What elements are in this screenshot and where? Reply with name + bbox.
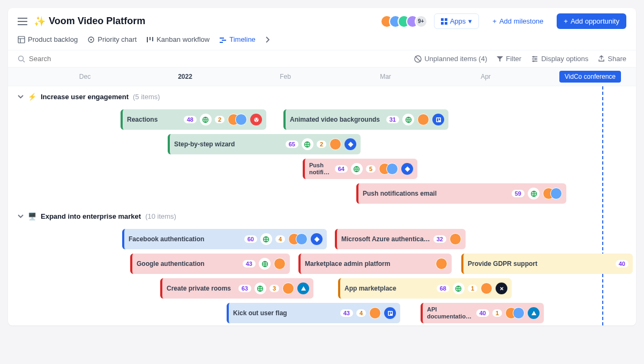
timeline-card[interactable]: Facebook authentication604: [122, 229, 327, 249]
score-pill: 68: [437, 285, 450, 292]
count-pill: 5: [366, 165, 376, 173]
score-pill: 48: [184, 116, 197, 123]
timeline-card[interactable]: Animated video backgrounds31: [283, 109, 448, 130]
svg-point-7: [19, 56, 24, 61]
score-pill: 65: [286, 140, 298, 148]
score-pill: 63: [238, 285, 251, 292]
tab-timeline[interactable]: Timeline: [219, 35, 256, 43]
globe-icon: [259, 258, 271, 270]
apps-button[interactable]: Apps ▾: [434, 13, 480, 29]
group-title: Increase user engagement: [41, 93, 129, 101]
avatar: [274, 258, 286, 270]
search-icon: [18, 55, 25, 63]
timeline-card[interactable]: Push notifications email59: [356, 183, 566, 204]
svg-rect-18: [437, 118, 438, 121]
group-header[interactable]: ⚡Increase user engagement(5 items): [8, 86, 636, 107]
score-pill: 31: [386, 116, 399, 123]
svg-rect-32: [391, 311, 392, 314]
card-title: Animated video backgrounds: [290, 116, 383, 123]
timeline-row: Google authentication43Marketplace admin…: [8, 251, 636, 276]
globe-icon: [402, 114, 414, 125]
timeline-row: Step-by-step wizard652: [8, 132, 636, 157]
avatar: [450, 233, 461, 245]
avatar: [550, 188, 562, 199]
svg-rect-3: [445, 22, 447, 25]
svg-rect-31: [388, 311, 390, 315]
timeline-card[interactable]: Provide GDPR support40: [461, 254, 633, 274]
svg-point-13: [254, 118, 256, 120]
trello-icon: [384, 307, 396, 319]
sparkle-icon: ✨: [34, 16, 46, 27]
svg-point-8: [533, 56, 535, 57]
search-input[interactable]: [29, 55, 125, 63]
timeline-row: Reactions482Animated video backgrounds31: [8, 107, 636, 132]
globe-icon: [453, 283, 465, 294]
add-milestone-button[interactable]: + Add milestone: [485, 13, 550, 29]
month-label: Apr: [436, 68, 536, 86]
avatar-overflow[interactable]: 9+: [415, 15, 428, 28]
card-title: Reactions: [127, 116, 181, 123]
display-options-button[interactable]: Display options: [531, 55, 588, 63]
card-title: API documentation…: [427, 306, 473, 320]
card-title: Push notifications email: [363, 190, 508, 197]
timeline-card[interactable]: Marketplace admin platform: [298, 254, 452, 274]
score-pill: 40: [476, 309, 489, 317]
score-pill: 60: [244, 235, 257, 243]
timeline-header: Dec2022FebMarAprMay VidCo conference: [8, 68, 636, 86]
chevron-right-icon[interactable]: [265, 36, 269, 43]
triangle-icon: [528, 307, 540, 319]
globe-icon: [302, 138, 313, 150]
add-opportunity-button[interactable]: + Add opportunity: [557, 13, 626, 29]
share-button[interactable]: Share: [598, 55, 626, 63]
timeline-card[interactable]: Kick out user flag434: [227, 303, 400, 323]
globe-icon: [200, 114, 212, 125]
group-header[interactable]: 🖥️Expand into enterprise market(10 items…: [8, 206, 636, 227]
score-pill: 43: [243, 260, 256, 268]
count-pill: 3: [269, 285, 279, 292]
count-pill: 2: [215, 116, 224, 123]
svg-point-15: [256, 120, 257, 121]
timeline-row: Push notificat…645: [8, 157, 636, 181]
count-pill: 4: [356, 309, 366, 317]
timeline-body: ⚡Increase user engagement(5 items)Reacti…: [8, 86, 636, 325]
score-pill: 64: [335, 165, 348, 173]
chevron-down-icon: [18, 95, 24, 99]
group-emoji-icon: 🖥️: [28, 212, 36, 220]
card-title: Kick out user flag: [233, 309, 337, 317]
month-label: 2022: [135, 68, 235, 86]
tab-kanban[interactable]: Kanban workflow: [146, 35, 209, 43]
timeline-card[interactable]: App marketplace681: [338, 278, 512, 299]
svg-rect-2: [441, 22, 444, 25]
card-title: Step-by-step wizard: [174, 140, 282, 148]
timeline-card[interactable]: Microsoft Azure authentication32: [335, 229, 466, 249]
member-avatars[interactable]: 9+: [385, 15, 428, 28]
score-pill: 40: [616, 260, 628, 268]
plus-icon: +: [492, 17, 497, 25]
timeline-card[interactable]: Push notificat…645: [303, 159, 417, 179]
timeline-card[interactable]: Create private rooms633: [160, 278, 313, 299]
toolbar: Unplanned items (4) Filter Display optio…: [8, 50, 636, 68]
trello-icon: [432, 114, 444, 125]
chevron-down-icon: ▾: [468, 17, 472, 25]
timeline-card[interactable]: Step-by-step wizard652: [168, 134, 361, 154]
menu-icon[interactable]: [18, 18, 27, 25]
svg-rect-1: [445, 18, 447, 21]
timeline-card[interactable]: API documentation…401: [421, 303, 544, 323]
tab-backlog[interactable]: Product backlog: [18, 35, 78, 43]
milestone-marker[interactable]: VidCo conference: [559, 71, 621, 83]
score-pill: 43: [340, 309, 353, 317]
count-pill: 1: [492, 309, 502, 317]
timeline-row: Kick out user flag434API documentation…4…: [8, 301, 636, 325]
topbar: ✨ Voom Video Platform 9+ Apps ▾ + Add mi…: [8, 8, 636, 34]
diamond-icon: [345, 138, 356, 150]
filter-button[interactable]: Filter: [497, 55, 521, 63]
unplanned-button[interactable]: Unplanned items (4): [414, 55, 487, 63]
svg-point-14: [257, 118, 258, 120]
search-wrap: [18, 55, 125, 63]
tab-priority[interactable]: Priority chart: [87, 35, 137, 43]
timeline-card[interactable]: Google authentication43: [130, 254, 290, 274]
month-label: Mar: [335, 68, 436, 86]
card-title: Google authentication: [137, 260, 239, 268]
timeline-card[interactable]: Reactions482: [121, 109, 266, 130]
svg-rect-17: [436, 117, 441, 122]
